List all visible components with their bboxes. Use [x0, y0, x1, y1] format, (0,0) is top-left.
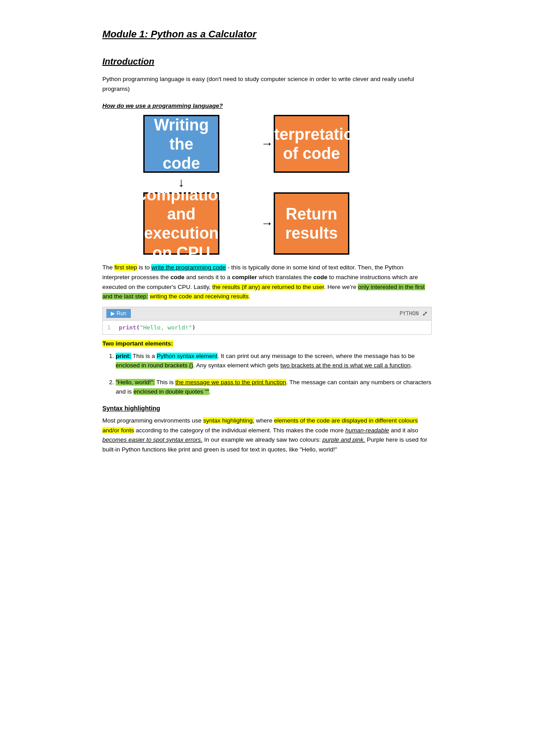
double-quotes-highlight: enclosed in double quotes ""	[134, 388, 209, 395]
expand-icon[interactable]: ⤢	[422, 309, 428, 318]
run-icon: ▶	[111, 310, 115, 317]
writing-receiving-highlight: writing the code and receiving results	[150, 293, 249, 300]
code-text: print("Hello, world!")	[119, 323, 195, 332]
important-elements-list: print: This is a Python syntax element. …	[116, 351, 432, 397]
introduction-heading: Introduction	[102, 55, 432, 68]
human-readable-underline: human-readable	[345, 427, 389, 434]
results-highlight: the results (if any) are returned to the…	[212, 284, 324, 290]
run-label: Run	[117, 310, 126, 317]
intro-paragraph: Python programming language is easy (don…	[102, 74, 432, 93]
arrow-right-bottom: →	[260, 214, 274, 233]
list-item-hello-world: "Hello, world!": This is the message we …	[116, 378, 432, 397]
purple-pink-underline: purple and pink.	[322, 436, 365, 443]
diagram-right-col-bottom: Returnresults	[274, 192, 432, 255]
compilation-box: Compilation andexecution on CPU	[143, 192, 219, 255]
print-highlight: print:	[116, 353, 131, 359]
line-number: 1	[107, 323, 114, 332]
diagram-left-col-top: Writing thecode	[102, 115, 260, 173]
how-label: How do we use a programming language?	[102, 102, 432, 110]
hello-world-highlight: "Hello, world!":	[116, 379, 155, 386]
syntax-highlighting-para: Most programming environments use syntax…	[102, 416, 432, 454]
syntax-highlighting-section: Syntax highlighting Most programming env…	[102, 404, 432, 454]
code-content: 1 print("Hello, world!")	[103, 321, 431, 335]
list-item-print: print: This is a Python syntax element. …	[116, 351, 432, 370]
return-results-box: Returnresults	[274, 192, 349, 255]
syntax-highlight-1: syntax highlighting,	[203, 417, 255, 424]
page-title: Module 1: Python as a Calculator	[102, 27, 432, 41]
diagram-left-col-bottom: Compilation andexecution on CPU	[102, 192, 260, 255]
writing-code-box: Writing thecode	[143, 115, 219, 173]
diagram-right-col-top: Interpretationof code	[274, 115, 432, 173]
two-important-label: Two important elements:	[102, 339, 432, 348]
first-step-highlight: first step	[114, 264, 137, 271]
function-underline: two brackets at the end is what we call …	[280, 362, 411, 369]
message-highlight: the message we pass to the print functio…	[175, 379, 286, 386]
two-important-highlight: Two important elements:	[102, 340, 173, 347]
code-line-1: 1 print("Hello, world!")	[107, 323, 427, 332]
write-code-highlight: write the programming code	[151, 264, 226, 271]
brackets-highlight: enclosed in round brackets ()	[116, 362, 193, 369]
code-block: ▶ Run PYTHON ⤢ 1 print("Hello, world!")	[102, 307, 432, 335]
interpretation-box: Interpretationof code	[274, 115, 349, 173]
explanation-paragraph: The first step is to write the programmi…	[102, 263, 432, 301]
code-keyword-print: print	[119, 324, 136, 331]
diagram-bottom-row: Compilation andexecution on CPU → Return…	[102, 192, 432, 255]
code-toolbar: ▶ Run PYTHON ⤢	[103, 307, 431, 321]
run-button[interactable]: ▶ Run	[106, 309, 131, 318]
spot-errors-underline: becomes easier to spot syntax errors.	[102, 436, 202, 443]
diagram-top-row: Writing thecode → Interpretationof code	[102, 115, 432, 173]
python-syntax-highlight: Python syntax element	[157, 353, 218, 359]
syntax-highlighting-heading: Syntax highlighting	[102, 404, 432, 413]
programming-flow-diagram: Writing thecode → Interpretationof code …	[102, 115, 432, 255]
code-string: "Hello, world!"	[140, 324, 192, 331]
introduction-section: Introduction Python programming language…	[102, 55, 432, 454]
python-label: PYTHON	[400, 309, 419, 317]
